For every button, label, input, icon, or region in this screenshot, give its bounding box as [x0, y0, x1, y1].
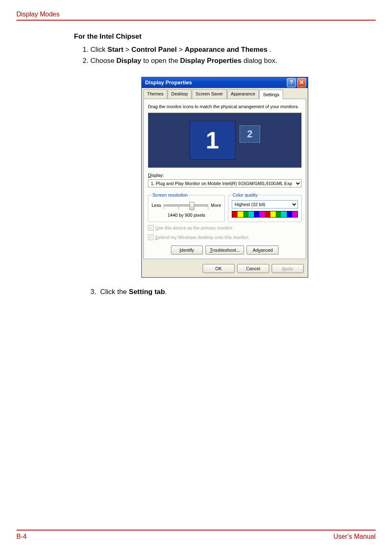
resolution-slider[interactable]: [164, 201, 208, 210]
color-quality-group: Color quality Highest (32 bit): [228, 192, 302, 222]
step1-suffix: .: [270, 46, 272, 53]
step2-prefix: Choose: [90, 57, 116, 65]
primary-chk-rest: se this device as the primary monitor.: [159, 225, 233, 230]
step2-mid: to open the: [143, 57, 180, 65]
step2-disp-props: Display Properties: [180, 57, 241, 65]
steps-list: Click Start > Control Panel > Appearance…: [74, 44, 376, 66]
monitor-arrangement-area[interactable]: 1 2: [148, 113, 302, 168]
page-footer: B-4 User’s Manual: [16, 530, 376, 540]
monitor-2-icon[interactable]: 2: [240, 125, 260, 143]
apply-button: Apply: [272, 264, 304, 273]
primary-monitor-checkbox-row: ✓ Use this device as the primary monitor…: [148, 225, 302, 232]
troubleshoot-button[interactable]: Troubleshoot...: [205, 246, 244, 255]
ok-button[interactable]: OK: [203, 264, 235, 273]
section-heading: For the Intel Chipset: [74, 31, 376, 42]
close-icon: ✕: [299, 78, 304, 87]
screen-resolution-group: Screen resolution Less More 1440 by 900: [148, 192, 225, 222]
color-quality-bar: [232, 211, 298, 218]
screen-resolution-legend: Screen resolution: [152, 192, 189, 199]
primary-monitor-checkbox: ✓: [148, 225, 154, 231]
display-select[interactable]: 1. Plug and Play Monitor on Mobile Intel…: [148, 179, 302, 188]
display-label-rest: isplay:: [151, 173, 164, 178]
slider-more-label: More: [211, 202, 221, 209]
tab-appearance[interactable]: Appearance: [227, 89, 259, 99]
dialog-title: Display Properties: [145, 79, 192, 87]
step3-suffix: .: [165, 288, 167, 296]
resolution-readout: 1440 by 900 pixels: [152, 212, 221, 219]
help-button[interactable]: ?: [287, 78, 296, 87]
page-header: Display Modes: [16, 11, 376, 21]
tab-screen-saver[interactable]: Screen Saver: [192, 89, 227, 99]
display-label: Display:: [148, 172, 302, 179]
identify-rest: dentify: [181, 248, 194, 253]
tab-settings[interactable]: Settings: [259, 90, 283, 100]
cancel-button[interactable]: Cancel: [237, 264, 269, 273]
step-3: 3. Click the Setting tab.: [90, 287, 376, 297]
adv-rest: anced: [261, 248, 273, 253]
res-legend-rest: creen resolution: [155, 192, 187, 197]
step3-setting-tab: Setting tab: [129, 288, 165, 296]
adv-pre: Ad: [253, 248, 258, 253]
step-1: Click Start > Control Panel > Appearance…: [90, 44, 376, 55]
cq-legend-rest: olor quality: [236, 192, 258, 197]
footer-page-number: B-4: [16, 533, 27, 540]
footer-manual-label: User’s Manual: [333, 533, 376, 540]
monitor-1-icon[interactable]: 1: [189, 121, 235, 160]
trouble-rest: roubleshoot...: [212, 248, 240, 253]
tab-themes[interactable]: Themes: [143, 89, 167, 99]
display-properties-dialog: Display Properties ? ✕ Themes Desktop Sc…: [141, 77, 308, 278]
extend-desktop-checkbox-row: ✓ Extend my Windows desktop onto this mo…: [148, 234, 302, 241]
slider-less-label: Less: [152, 202, 161, 209]
identify-button[interactable]: Identify: [171, 246, 203, 255]
drag-hint: Drag the monitor icons to match the phys…: [148, 103, 302, 110]
dialog-tabs: Themes Desktop Screen Saver Appearance S…: [142, 88, 308, 99]
step1-appearance: Appearance and Themes: [185, 46, 267, 53]
step2-display: Display: [116, 57, 141, 65]
step1-sep2: >: [179, 46, 185, 53]
help-icon: ?: [290, 78, 293, 87]
tab-settings-panel: Drag the monitor icons to match the phys…: [143, 99, 306, 259]
step1-control-panel: Control Panel: [131, 46, 177, 53]
apply-rest: pply: [285, 266, 293, 271]
apply-ul: A: [282, 266, 285, 271]
slider-thumb-icon[interactable]: [189, 202, 194, 210]
display-label-ul: D: [148, 173, 151, 178]
step-2: Choose Display to open the Display Prope…: [90, 56, 376, 66]
advanced-button[interactable]: Advanced: [247, 246, 279, 255]
step2-suffix: dialog box.: [243, 57, 277, 65]
extend-chk-rest: xtend my Windows desktop onto this monit…: [158, 235, 249, 240]
color-quality-legend: Color quality: [232, 192, 258, 199]
tab-desktop[interactable]: Desktop: [168, 89, 191, 99]
color-quality-select[interactable]: Highest (32 bit): [232, 200, 298, 208]
step1-prefix: Click: [90, 46, 108, 53]
step3-prefix: Click the: [100, 288, 129, 296]
cq-legend-ul: C: [233, 192, 236, 197]
step1-sep1: >: [125, 46, 131, 53]
close-button[interactable]: ✕: [297, 78, 306, 87]
dialog-titlebar[interactable]: Display Properties ? ✕: [142, 77, 308, 88]
primary-chk-ul: U: [155, 225, 159, 230]
extend-desktop-checkbox: ✓: [148, 234, 154, 240]
step1-start: Start: [108, 46, 124, 53]
